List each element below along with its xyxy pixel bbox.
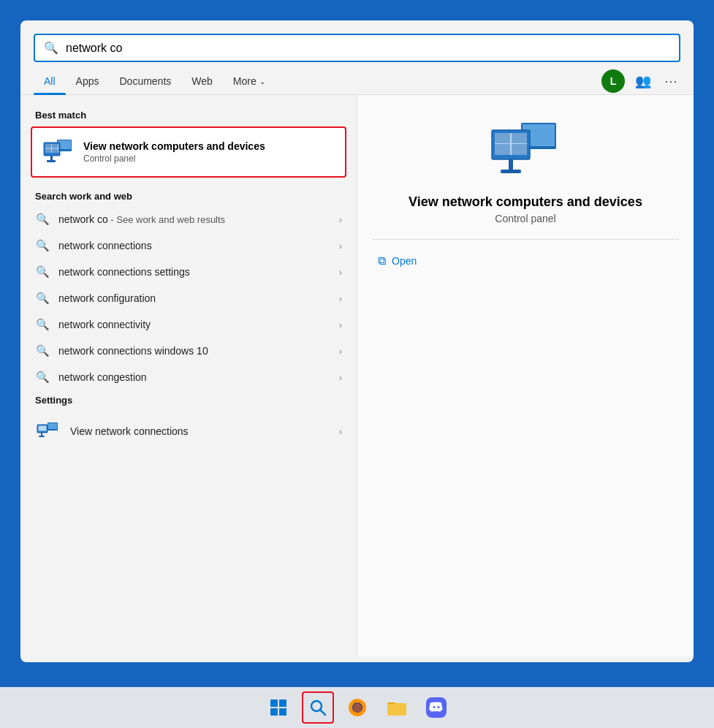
- list-item[interactable]: 🔍 network congestion ›: [20, 364, 357, 390]
- svg-rect-6: [45, 149, 51, 153]
- start-button[interactable]: [262, 691, 295, 724]
- svg-rect-15: [48, 423, 57, 429]
- svg-rect-26: [270, 699, 278, 707]
- search-result-icon: 🔍: [35, 265, 50, 278]
- tab-web[interactable]: Web: [181, 68, 223, 94]
- svg-rect-9: [47, 160, 56, 162]
- search-work-web-label: Search work and web: [20, 185, 357, 206]
- search-result-text: network connections: [58, 240, 330, 251]
- svg-rect-20: [495, 133, 510, 143]
- search-result-text: network connectivity: [58, 319, 330, 330]
- svg-rect-25: [501, 170, 521, 173]
- user-avatar[interactable]: L: [601, 69, 625, 93]
- right-panel-title: View network computers and devices: [409, 194, 642, 210]
- results-content: Best match: [20, 95, 694, 656]
- file-explorer-button[interactable]: [381, 691, 413, 724]
- best-match-item[interactable]: View network computers and devices Contr…: [31, 126, 346, 178]
- search-panel: 🔍 All Apps Documents Web More ⌄: [20, 20, 694, 662]
- network-settings-icon: [35, 418, 61, 444]
- list-item[interactable]: 🔍 network configuration ›: [20, 285, 357, 311]
- right-panel: View network computers and devices Contr…: [357, 95, 694, 656]
- more-options-icon[interactable]: ⋯: [661, 70, 680, 92]
- search-result-text: network congestion: [58, 371, 330, 383]
- svg-rect-28: [270, 708, 278, 716]
- right-panel-app-icon: [489, 117, 562, 183]
- list-item[interactable]: 🔍 network connections settings ›: [20, 259, 357, 285]
- right-panel-subtitle: Control panel: [495, 213, 555, 224]
- best-match-app-icon: [42, 137, 73, 167]
- list-item[interactable]: 🔍 network connections ›: [20, 232, 357, 259]
- search-result-text: network co - See work and web results: [58, 213, 330, 225]
- svg-rect-8: [50, 156, 53, 160]
- firefox-button[interactable]: [341, 691, 373, 724]
- tab-apps[interactable]: Apps: [66, 68, 110, 94]
- tab-more[interactable]: More ⌄: [223, 68, 276, 94]
- contacts-icon[interactable]: 👥: [632, 70, 654, 92]
- search-result-icon: 🔍: [35, 371, 50, 384]
- list-item[interactable]: 🔍 network connectivity ›: [20, 311, 357, 338]
- svg-rect-5: [52, 144, 58, 148]
- list-item[interactable]: 🔍 network connections windows 10 ›: [20, 338, 357, 364]
- best-match-label: Best match: [20, 105, 357, 126]
- search-result-text: network configuration: [58, 292, 330, 304]
- chevron-right-icon: ›: [339, 372, 342, 383]
- open-external-icon: ⧉: [378, 254, 386, 268]
- search-result-icon: 🔍: [35, 318, 50, 331]
- svg-rect-35: [387, 705, 406, 716]
- chevron-right-icon: ›: [339, 293, 342, 304]
- list-item[interactable]: 🔍 network co - See work and web results …: [20, 206, 357, 232]
- chevron-right-icon: ›: [339, 240, 342, 251]
- divider: [372, 239, 679, 240]
- discord-button[interactable]: [420, 691, 452, 724]
- tabs-bar: All Apps Documents Web More ⌄ L 👥 ⋯: [20, 68, 694, 95]
- tab-documents[interactable]: Documents: [109, 68, 181, 94]
- search-taskbar-button[interactable]: [302, 691, 334, 724]
- tabs-right-actions: L 👥 ⋯: [601, 69, 680, 93]
- svg-rect-7: [52, 149, 58, 153]
- svg-rect-21: [512, 133, 527, 143]
- svg-rect-13: [39, 436, 45, 437]
- svg-line-31: [320, 710, 325, 715]
- svg-rect-29: [279, 708, 286, 716]
- taskbar: [0, 687, 714, 728]
- search-result-text: View network connections: [70, 425, 330, 437]
- desktop: 🔍 All Apps Documents Web More ⌄: [0, 0, 714, 728]
- search-icon: 🔍: [44, 41, 58, 55]
- search-result-text: network connections windows 10: [58, 345, 330, 357]
- search-input[interactable]: [66, 42, 670, 55]
- chevron-right-icon: ›: [339, 267, 342, 278]
- settings-label: Settings: [20, 390, 357, 412]
- search-result-icon: 🔍: [35, 239, 50, 252]
- search-result-icon: 🔍: [35, 292, 50, 305]
- best-match-text: View network computers and devices Contr…: [83, 140, 265, 164]
- svg-rect-24: [509, 159, 513, 170]
- open-button[interactable]: ⧉ Open: [372, 250, 422, 272]
- svg-rect-22: [495, 144, 510, 155]
- svg-rect-23: [512, 144, 527, 155]
- chevron-right-icon: ›: [339, 319, 342, 330]
- chevron-down-icon: ⌄: [259, 77, 265, 86]
- search-result-text: network connections settings: [58, 266, 330, 278]
- list-item[interactable]: View network connections ›: [20, 412, 357, 451]
- chevron-right-icon: ›: [339, 426, 342, 437]
- svg-rect-12: [41, 433, 42, 436]
- search-result-icon: 🔍: [35, 213, 50, 226]
- svg-rect-11: [39, 426, 47, 431]
- search-box: 🔍: [34, 34, 680, 62]
- search-result-icon: 🔍: [35, 344, 50, 357]
- svg-rect-27: [279, 699, 286, 707]
- chevron-right-icon: ›: [339, 214, 342, 225]
- tab-all[interactable]: All: [34, 68, 66, 94]
- left-panel: Best match: [20, 95, 357, 656]
- svg-rect-4: [45, 144, 51, 148]
- chevron-right-icon: ›: [339, 346, 342, 357]
